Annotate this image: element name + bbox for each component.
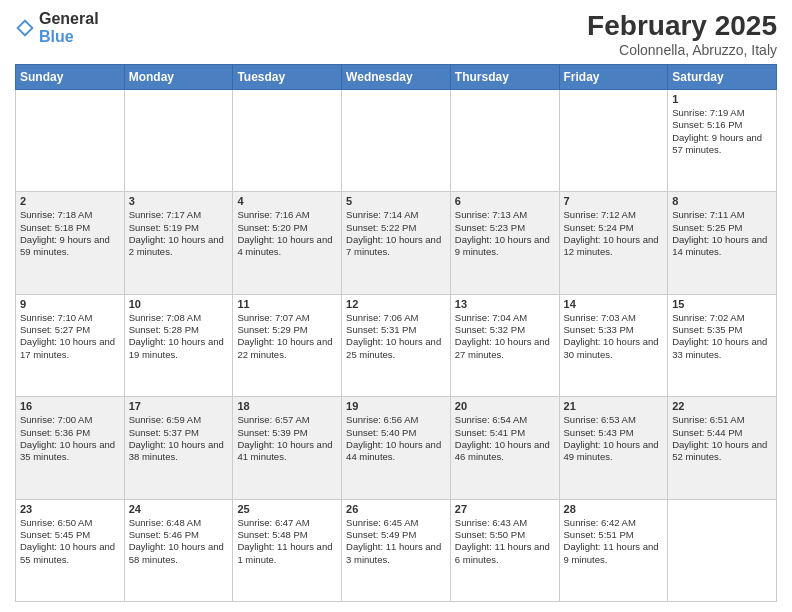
cell-info: Daylight: 10 hours and 38 minutes. xyxy=(129,439,229,464)
weekday-header-row: SundayMondayTuesdayWednesdayThursdayFrid… xyxy=(16,65,777,90)
day-number: 9 xyxy=(20,298,120,310)
cell-info: Sunrise: 7:06 AM xyxy=(346,312,446,324)
calendar-cell: 14Sunrise: 7:03 AMSunset: 5:33 PMDayligh… xyxy=(559,294,668,396)
header: General Blue February 2025 Colonnella, A… xyxy=(15,10,777,58)
week-row-2: 2Sunrise: 7:18 AMSunset: 5:18 PMDaylight… xyxy=(16,192,777,294)
cell-info: Sunrise: 7:17 AM xyxy=(129,209,229,221)
cell-info: Sunset: 5:46 PM xyxy=(129,529,229,541)
cell-info: Sunset: 5:51 PM xyxy=(564,529,664,541)
cell-info: Sunset: 5:28 PM xyxy=(129,324,229,336)
cell-info: Sunset: 5:31 PM xyxy=(346,324,446,336)
cell-info: Daylight: 11 hours and 6 minutes. xyxy=(455,541,555,566)
cell-info: Sunrise: 7:07 AM xyxy=(237,312,337,324)
cell-info: Sunset: 5:43 PM xyxy=(564,427,664,439)
cell-info: Daylight: 11 hours and 1 minute. xyxy=(237,541,337,566)
cell-info: Daylight: 10 hours and 49 minutes. xyxy=(564,439,664,464)
calendar-cell xyxy=(342,90,451,192)
calendar-cell: 24Sunrise: 6:48 AMSunset: 5:46 PMDayligh… xyxy=(124,499,233,601)
cell-info: Sunset: 5:27 PM xyxy=(20,324,120,336)
calendar-cell: 10Sunrise: 7:08 AMSunset: 5:28 PMDayligh… xyxy=(124,294,233,396)
calendar-table: SundayMondayTuesdayWednesdayThursdayFrid… xyxy=(15,64,777,602)
weekday-header-tuesday: Tuesday xyxy=(233,65,342,90)
week-row-4: 16Sunrise: 7:00 AMSunset: 5:36 PMDayligh… xyxy=(16,397,777,499)
cell-info: Sunrise: 6:45 AM xyxy=(346,517,446,529)
weekday-header-saturday: Saturday xyxy=(668,65,777,90)
calendar-cell: 23Sunrise: 6:50 AMSunset: 5:45 PMDayligh… xyxy=(16,499,125,601)
day-number: 2 xyxy=(20,195,120,207)
day-number: 22 xyxy=(672,400,772,412)
calendar-cell: 17Sunrise: 6:59 AMSunset: 5:37 PMDayligh… xyxy=(124,397,233,499)
day-number: 14 xyxy=(564,298,664,310)
day-number: 25 xyxy=(237,503,337,515)
cell-info: Sunrise: 6:56 AM xyxy=(346,414,446,426)
day-number: 24 xyxy=(129,503,229,515)
day-number: 27 xyxy=(455,503,555,515)
cell-info: Daylight: 11 hours and 9 minutes. xyxy=(564,541,664,566)
cell-info: Daylight: 10 hours and 22 minutes. xyxy=(237,336,337,361)
day-number: 6 xyxy=(455,195,555,207)
cell-info: Sunrise: 6:42 AM xyxy=(564,517,664,529)
calendar-cell: 27Sunrise: 6:43 AMSunset: 5:50 PMDayligh… xyxy=(450,499,559,601)
cell-info: Sunrise: 6:51 AM xyxy=(672,414,772,426)
cell-info: Sunrise: 7:14 AM xyxy=(346,209,446,221)
calendar-cell xyxy=(124,90,233,192)
cell-info: Daylight: 10 hours and 41 minutes. xyxy=(237,439,337,464)
cell-info: Sunrise: 6:54 AM xyxy=(455,414,555,426)
day-number: 18 xyxy=(237,400,337,412)
cell-info: Daylight: 10 hours and 44 minutes. xyxy=(346,439,446,464)
cell-info: Sunset: 5:35 PM xyxy=(672,324,772,336)
calendar-cell: 22Sunrise: 6:51 AMSunset: 5:44 PMDayligh… xyxy=(668,397,777,499)
cell-info: Sunset: 5:29 PM xyxy=(237,324,337,336)
weekday-header-friday: Friday xyxy=(559,65,668,90)
calendar-cell: 13Sunrise: 7:04 AMSunset: 5:32 PMDayligh… xyxy=(450,294,559,396)
cell-info: Sunrise: 6:50 AM xyxy=(20,517,120,529)
cell-info: Daylight: 11 hours and 3 minutes. xyxy=(346,541,446,566)
cell-info: Sunset: 5:32 PM xyxy=(455,324,555,336)
cell-info: Daylight: 10 hours and 2 minutes. xyxy=(129,234,229,259)
day-number: 8 xyxy=(672,195,772,207)
day-number: 16 xyxy=(20,400,120,412)
calendar-cell: 8Sunrise: 7:11 AMSunset: 5:25 PMDaylight… xyxy=(668,192,777,294)
cell-info: Daylight: 10 hours and 9 minutes. xyxy=(455,234,555,259)
logo-icon xyxy=(15,18,35,38)
day-number: 4 xyxy=(237,195,337,207)
cell-info: Sunset: 5:18 PM xyxy=(20,222,120,234)
cell-info: Sunrise: 6:59 AM xyxy=(129,414,229,426)
weekday-header-monday: Monday xyxy=(124,65,233,90)
day-number: 26 xyxy=(346,503,446,515)
calendar-cell xyxy=(559,90,668,192)
calendar-cell: 26Sunrise: 6:45 AMSunset: 5:49 PMDayligh… xyxy=(342,499,451,601)
calendar-cell: 5Sunrise: 7:14 AMSunset: 5:22 PMDaylight… xyxy=(342,192,451,294)
day-number: 5 xyxy=(346,195,446,207)
cell-info: Daylight: 10 hours and 25 minutes. xyxy=(346,336,446,361)
cell-info: Daylight: 10 hours and 30 minutes. xyxy=(564,336,664,361)
cell-info: Sunset: 5:50 PM xyxy=(455,529,555,541)
week-row-5: 23Sunrise: 6:50 AMSunset: 5:45 PMDayligh… xyxy=(16,499,777,601)
cell-info: Daylight: 10 hours and 12 minutes. xyxy=(564,234,664,259)
day-number: 15 xyxy=(672,298,772,310)
location: Colonnella, Abruzzo, Italy xyxy=(587,42,777,58)
calendar-cell: 9Sunrise: 7:10 AMSunset: 5:27 PMDaylight… xyxy=(16,294,125,396)
cell-info: Sunrise: 6:53 AM xyxy=(564,414,664,426)
page: General Blue February 2025 Colonnella, A… xyxy=(0,0,792,612)
day-number: 13 xyxy=(455,298,555,310)
cell-info: Sunrise: 6:48 AM xyxy=(129,517,229,529)
cell-info: Sunset: 5:33 PM xyxy=(564,324,664,336)
cell-info: Daylight: 10 hours and 52 minutes. xyxy=(672,439,772,464)
day-number: 10 xyxy=(129,298,229,310)
calendar-cell: 18Sunrise: 6:57 AMSunset: 5:39 PMDayligh… xyxy=(233,397,342,499)
cell-info: Sunrise: 7:03 AM xyxy=(564,312,664,324)
weekday-header-sunday: Sunday xyxy=(16,65,125,90)
logo-general: General xyxy=(39,10,99,27)
day-number: 11 xyxy=(237,298,337,310)
logo-blue: Blue xyxy=(39,28,74,45)
day-number: 12 xyxy=(346,298,446,310)
cell-info: Sunset: 5:22 PM xyxy=(346,222,446,234)
calendar-cell xyxy=(233,90,342,192)
cell-info: Sunset: 5:24 PM xyxy=(564,222,664,234)
calendar-cell: 21Sunrise: 6:53 AMSunset: 5:43 PMDayligh… xyxy=(559,397,668,499)
cell-info: Sunset: 5:25 PM xyxy=(672,222,772,234)
cell-info: Sunrise: 7:08 AM xyxy=(129,312,229,324)
cell-info: Sunrise: 6:43 AM xyxy=(455,517,555,529)
cell-info: Sunrise: 7:19 AM xyxy=(672,107,772,119)
